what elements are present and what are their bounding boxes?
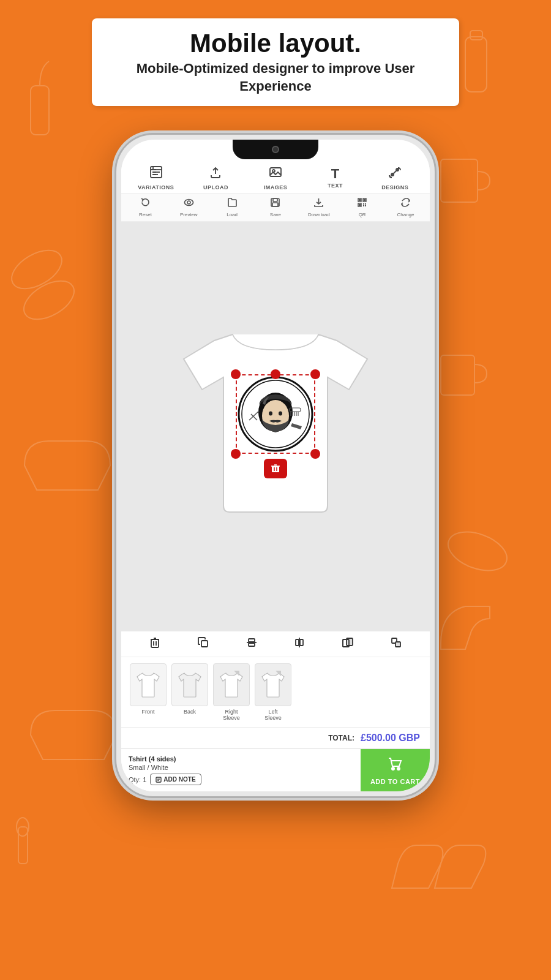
align-h-action-icon[interactable] [246,636,258,652]
canvas-area[interactable] [121,222,430,631]
toolbar-save[interactable]: Save [262,197,289,217]
upload-icon [209,165,222,183]
load-label: Load [227,212,238,217]
thumb-left-sleeve-label: Left Sleeve [264,709,282,721]
upload-label: UPLOAD [203,184,228,190]
svg-rect-66 [156,777,161,782]
text-label: TEXT [328,183,343,189]
thumb-back-img [171,663,208,706]
qty-value: Qty: 1 [129,776,146,783]
preview-label: Preview [180,212,197,217]
svg-point-0 [6,243,69,296]
cart-icon [387,756,403,775]
duplicate-action-icon[interactable] [197,636,209,652]
view-thumbnails: Front Back [121,657,430,728]
front-camera [272,146,279,153]
toolbar-change[interactable]: Change [392,197,419,217]
save-icon [270,197,280,211]
toolbar-images[interactable]: IMAGES [257,165,294,190]
handle-bottom-right[interactable] [310,449,320,459]
reset-icon [140,197,151,211]
svg-rect-65 [395,642,400,647]
phone-screen: VARIATIONS UPLOAD [121,159,430,791]
svg-rect-6 [465,37,487,92]
qr-icon [357,197,367,211]
svg-rect-48 [272,466,279,472]
svg-rect-31 [365,203,366,205]
total-label: TOTAL: [328,734,354,742]
handle-bottom-left[interactable] [231,449,241,459]
tshirt-container [121,222,430,631]
svg-point-4 [443,525,512,578]
front-back-action-icon[interactable] [342,636,354,652]
text-icon: T [331,167,339,181]
images-label: IMAGES [264,184,288,190]
delete-design-button[interactable] [264,459,287,478]
toolbar-reset[interactable]: Reset [132,197,159,217]
svg-point-19 [184,200,193,206]
add-to-cart-label: ADD TO CART [370,778,420,785]
toolbar-text[interactable]: T TEXT [317,167,354,189]
product-qty-row: Qty: 1 ADD NOTE [129,774,353,785]
thumb-right-sleeve[interactable]: Right Sleeve [213,663,250,721]
svg-rect-51 [151,639,159,647]
images-icon [269,165,282,183]
header-subtitle: Mobile-Optimized designer to improve Use… [114,60,437,95]
product-variant: Small / White [129,764,353,771]
thumb-right-sleeve-label: Right Sleeve [223,709,240,721]
thumb-back[interactable]: Back [171,663,208,721]
add-note-label: ADD NOTE [163,776,195,783]
handle-top-middle[interactable] [271,369,280,379]
change-label: Change [397,212,414,217]
toolbar-variations[interactable]: VARIATIONS [138,165,174,190]
svg-rect-30 [363,203,364,205]
thumb-front[interactable]: Front [130,663,167,721]
svg-rect-56 [249,639,255,642]
svg-rect-27 [359,199,361,201]
toolbar-designs[interactable]: DESIGNS [377,165,413,190]
design-overlay[interactable] [236,374,315,454]
svg-rect-7 [470,31,482,40]
svg-rect-23 [272,203,278,206]
svg-rect-59 [296,639,299,646]
variations-label: VARIATIONS [138,184,174,190]
svg-rect-32 [363,205,364,206]
svg-rect-2 [441,159,478,202]
toolbar-download[interactable]: Download [305,197,332,217]
product-name: Tshirt (4 sides) [129,755,353,763]
add-note-button[interactable]: ADD NOTE [150,774,201,785]
header-title: Mobile layout. [114,29,437,58]
qr-label: QR [359,212,366,217]
delete-action-icon[interactable] [149,636,161,652]
total-section: TOTAL: £500.00 GBP [121,728,430,748]
reset-label: Reset [139,212,152,217]
toolbar-secondary: Reset Preview [121,194,430,222]
layer-action-icon[interactable] [390,636,402,652]
phone-frame: VARIATIONS UPLOAD [116,135,435,796]
preview-icon [184,197,194,211]
toolbar-load[interactable]: Load [219,197,246,217]
toolbar-preview[interactable]: Preview [175,197,202,217]
selection-border [236,374,315,454]
download-label: Download [308,212,330,217]
total-price: £500.00 GBP [361,733,420,744]
align-v-action-icon[interactable] [293,636,305,652]
handle-top-left[interactable] [231,369,241,379]
toolbar-qr[interactable]: QR [349,197,376,217]
handle-top-right[interactable] [310,369,320,379]
svg-rect-5 [31,86,49,135]
thumb-left-sleeve-img [255,663,291,706]
designs-icon [388,165,402,183]
variations-icon [149,165,163,183]
svg-rect-54 [201,641,208,647]
action-bar [121,631,430,657]
svg-point-1 [18,273,81,327]
thumb-left-sleeve[interactable]: Left Sleeve [255,663,291,721]
header-banner: Mobile layout. Mobile-Optimized designer… [92,18,459,106]
add-to-cart-button[interactable]: ADD TO CART [361,749,430,791]
save-label: Save [270,212,281,217]
svg-rect-8 [18,827,28,864]
toolbar-upload[interactable]: UPLOAD [197,165,234,190]
svg-rect-22 [273,198,277,202]
svg-rect-3 [441,355,474,395]
